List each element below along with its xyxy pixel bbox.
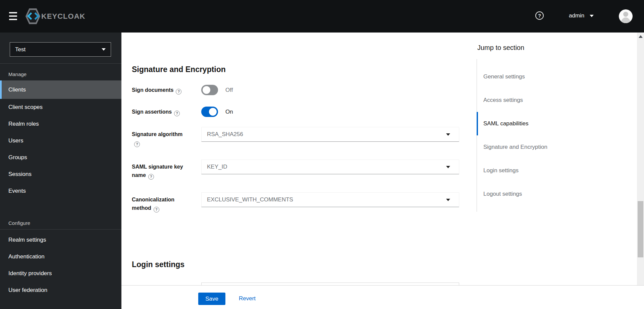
chevron-down-icon [446,166,450,168]
help-icon[interactable]: ? [174,111,180,116]
sidebar-item-client-scopes[interactable]: Client scopes [0,99,121,116]
nav-toggle-hamburger-icon[interactable] [9,12,18,20]
field-control: KEY_ID [201,160,459,174]
help-icon[interactable]: ? [154,207,159,212]
field-control: Off [201,85,459,95]
chevron-down-icon [446,199,450,201]
field-label: SAML signature key name? [132,160,186,180]
field-label: Sign assertions? [132,107,186,117]
field-label-text: Signature algorithm [132,131,182,137]
field-control: EXCLUSIVE_WITH_COMMENTS [201,192,459,207]
nav-section-title: Configure [0,212,121,229]
sign-documents-switch[interactable] [201,85,218,95]
jump-link-saml-capabilities[interactable]: SAML capabilities [477,112,587,135]
select-value: EXCLUSIVE_WITH_COMMENTS [207,196,293,203]
sidebar-item-realm-roles[interactable]: Realm roles [0,116,121,132]
sign-assertions-switch[interactable] [201,107,218,117]
section-title: Signature and Encryption [132,65,226,74]
sidebar-nav: ManageClientsClient scopesRealm rolesUse… [0,63,121,299]
sidebar-item-events[interactable]: Events [0,183,121,199]
jump-link-general-settings[interactable]: General settings [477,65,587,88]
field-control: On [201,107,459,117]
field-control: RSA_SHA256 [201,127,459,142]
avatar[interactable] [619,9,633,23]
realm-selector[interactable]: Test [10,42,111,57]
jump-links: General settingsAccess settingsSAML capa… [477,59,587,212]
scrollbar[interactable] [637,33,644,285]
help-icon[interactable]: ? [535,11,544,20]
revert-link[interactable]: Revert [239,295,256,302]
jump-link-login-settings[interactable]: Login settings [477,159,587,182]
chevron-down-icon [590,15,594,17]
jump-link-logout-settings[interactable]: Logout settings [477,182,587,206]
field-label-text: Sign assertions [132,109,172,115]
select-value: KEY_ID [207,164,227,170]
sidebar-item-clients[interactable]: Clients [0,80,121,99]
help-icon[interactable]: ? [134,141,140,147]
scrollbar-thumb[interactable] [638,201,643,257]
next-section-title: Login settings [132,260,184,269]
jump-link-access-settings[interactable]: Access settings [477,88,587,112]
chevron-down-icon [446,133,450,136]
field-label-text: SAML signature key name [132,164,183,178]
saml-signature-key-name-select[interactable]: KEY_ID [201,160,459,174]
sidebar: Test ManageClientsClient scopesRealm rol… [0,33,121,309]
nav-section-manage: ManageClientsClient scopesRealm rolesUse… [0,63,121,199]
realm-selector-value: Test [15,46,25,53]
user-name: admin [569,12,584,19]
jump-panel-title: Jump to section [477,44,587,52]
app-header: KEYCLOAK ? admin [0,0,644,33]
form-actions-bar: Save Revert [121,285,644,309]
sidebar-item-realm-settings[interactable]: Realm settings [0,232,121,248]
sidebar-item-identity-providers[interactable]: Identity providers [0,265,121,282]
select-value: RSA_SHA256 [207,131,243,138]
jump-panel: Jump to section General settingsAccess s… [477,44,587,212]
jump-link-signature-and-encryption[interactable]: Signature and Encryption [477,135,587,159]
nav-section-title: Manage [0,63,121,80]
field-label-text: Sign documents [132,87,173,93]
sidebar-item-authentication[interactable]: Authentication [0,248,121,265]
divider [0,229,121,230]
brand-text: KEYCLOAK [41,12,85,21]
signature-algorithm-select[interactable]: RSA_SHA256 [201,127,459,142]
sidebar-item-sessions[interactable]: Sessions [0,166,121,183]
main-content: Signature and Encryption Sign documents?… [121,33,644,309]
user-menu-dropdown[interactable]: admin [569,12,594,19]
app-root: KEYCLOAK ? admin Test ManageClientsClien… [0,0,644,309]
field-label: Canonicalization method? [132,192,186,212]
nav-section-configure: ConfigureRealm settingsAuthenticationIde… [0,212,121,299]
save-button[interactable]: Save [198,293,225,305]
keycloak-logo-icon [25,8,40,24]
field-label: Signature algorithm? [132,127,186,147]
keycloak-logo: KEYCLOAK [25,8,85,24]
switch-state-label: Off [225,87,233,93]
sidebar-item-users[interactable]: Users [0,132,121,149]
switch-knob [203,86,210,94]
chevron-down-icon [102,48,106,51]
switch-knob [209,108,217,116]
switch-state-label: On [225,109,233,115]
help-icon[interactable]: ? [176,89,181,95]
field-label: Sign documents? [132,85,186,95]
field-label-text: Canonicalization method [132,197,174,211]
sidebar-item-user-federation[interactable]: User federation [0,282,121,299]
help-icon[interactable]: ? [148,174,154,180]
sidebar-item-groups[interactable]: Groups [0,149,121,166]
canonicalization-method-select[interactable]: EXCLUSIVE_WITH_COMMENTS [201,192,459,207]
scroll-up-arrow-icon[interactable] [639,35,643,38]
